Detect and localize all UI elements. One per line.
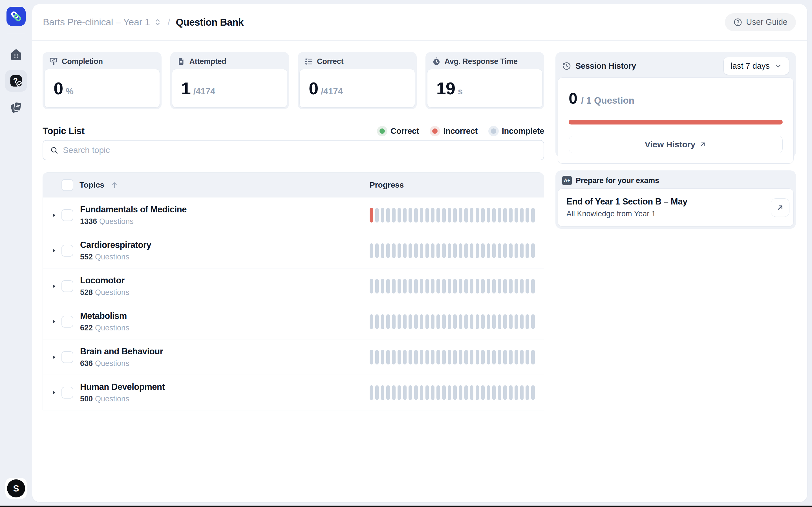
left-column: Completion 0% Attempted 1/4174 Correct 0… [43, 52, 544, 410]
topic-checkbox[interactable] [61, 316, 73, 328]
progress-legend: CorrectIncorrectIncomplete [377, 126, 544, 136]
chevron-down-icon [774, 62, 782, 70]
expand-row-button[interactable] [49, 246, 59, 256]
topic-question-count: 622Questions [80, 324, 130, 332]
sidebar: ? S [0, 0, 32, 507]
session-progress-bar [569, 120, 783, 124]
topic-checkbox[interactable] [61, 387, 73, 399]
legend-item-incomplete: Incomplete [488, 126, 544, 136]
legend-label: Incorrect [443, 126, 477, 136]
topic-rows: Fundamentals of Medicine 1336Questions C… [43, 198, 544, 410]
logo-knot-icon [10, 10, 22, 23]
triangle-right-icon [51, 247, 57, 254]
topic-row: Cardiorespiratory 552Questions [43, 233, 544, 269]
legend-label: Correct [391, 126, 419, 136]
select-all-checkbox[interactable] [61, 179, 73, 191]
topic-title: Locomotor [80, 276, 130, 286]
topic-progress-bar [370, 385, 535, 400]
sidebar-divider [7, 34, 26, 34]
topic-table-header: Topics Progress [43, 173, 544, 198]
topic-progress-bar [370, 314, 535, 329]
session-range-select[interactable]: last 7 days [723, 57, 789, 75]
topbar: Barts Pre-clinical – Year 1 / Question B… [32, 4, 807, 41]
topic-checkbox[interactable] [61, 245, 73, 257]
legend-item-incorrect: Incorrect [430, 126, 477, 136]
screen-edge [0, 506, 812, 507]
topic-question-count: 552Questions [80, 252, 151, 262]
topic-question-count: 636Questions [80, 359, 163, 368]
topic-title: Human Development [80, 382, 165, 392]
search-icon [50, 146, 58, 154]
sidebar-item-home[interactable] [5, 46, 27, 63]
triangle-right-icon [51, 319, 57, 325]
exam-name: End of Year 1 Section B – May [566, 196, 688, 207]
completion-icon [49, 57, 58, 66]
topic-table: Topics Progress [43, 172, 544, 410]
topic-title: Cardiorespiratory [80, 240, 151, 250]
sort-ascending-icon[interactable] [110, 181, 118, 189]
breadcrumb-separator: / [167, 17, 170, 27]
sidebar-item-flashcards[interactable] [5, 99, 27, 115]
triangle-right-icon [51, 283, 57, 289]
triangle-right-icon [51, 354, 57, 360]
user-guide-button[interactable]: User Guide [725, 13, 796, 31]
expand-row-button[interactable] [49, 281, 59, 291]
topic-checkbox[interactable] [61, 351, 73, 363]
stat-value: 0% [54, 78, 73, 98]
session-history-panel: Session History last 7 days 0 / 1 Questi… [555, 52, 796, 158]
topic-list-heading: Topic List [43, 126, 84, 136]
legend-dot [432, 128, 438, 134]
expand-row-button[interactable] [49, 210, 59, 220]
view-history-button[interactable]: View History [569, 136, 783, 153]
stat-value: 0/4174 [309, 78, 343, 98]
sidebar-nav: ? [5, 46, 27, 115]
expand-row-button[interactable] [49, 352, 59, 362]
user-avatar[interactable]: S [5, 478, 27, 499]
app-logo[interactable] [6, 7, 26, 26]
chevrons-updown-icon [153, 18, 162, 26]
open-exam-button[interactable] [771, 198, 790, 217]
topic-checkbox[interactable] [61, 280, 73, 292]
legend-item-correct: Correct [377, 126, 419, 136]
stat-value: 1/4174 [181, 78, 215, 98]
search-input[interactable] [63, 145, 537, 155]
stat-card: Attempted 1/4174 [170, 52, 289, 109]
topic-search [43, 140, 544, 160]
page-title: Question Bank [176, 17, 244, 28]
exam-prep-title: Prepare for your exams [576, 176, 659, 185]
question-bank-icon: ? [9, 73, 23, 88]
expand-row-button[interactable] [49, 388, 59, 397]
progress-column-label: Progress [370, 180, 544, 189]
session-history-card: 0 / 1 Question View History [558, 77, 794, 164]
avatar-initial: S [7, 480, 25, 497]
breadcrumb: Barts Pre-clinical – Year 1 / Question B… [43, 17, 244, 28]
stat-card: Completion 0% [43, 52, 161, 109]
exam-card: End of Year 1 Section B – May All Knowle… [558, 188, 794, 226]
topic-question-count: 500Questions [80, 395, 165, 403]
course-name: Barts Pre-clinical – Year 1 [43, 17, 150, 27]
topic-progress-bar [370, 350, 535, 364]
flashcards-icon [10, 101, 22, 114]
topic-progress-bar [370, 208, 535, 223]
topics-column-label: Topics [80, 180, 104, 189]
topic-checkbox[interactable] [61, 209, 73, 221]
topic-list-header: Topic List CorrectIncorrectIncomplete [43, 125, 544, 136]
topic-row: Fundamentals of Medicine 1336Questions [43, 198, 544, 233]
history-icon [562, 61, 571, 70]
exam-prep-panel: A+ Prepare for your exams End of Year 1 … [555, 170, 796, 229]
timer-icon [432, 57, 441, 66]
help-icon [733, 18, 742, 27]
expand-row-button[interactable] [49, 317, 59, 327]
right-column: Session History last 7 days 0 / 1 Questi… [555, 52, 796, 410]
topic-title: Metabolism [80, 311, 130, 321]
sidebar-item-question-bank[interactable]: ? [5, 70, 27, 92]
legend-dot [491, 128, 496, 134]
topic-row: Metabolism 622Questions [43, 304, 544, 339]
exam-description: All Knowledge from Year 1 [566, 210, 688, 218]
topic-title: Brain and Behaviour [80, 346, 163, 356]
legend-label: Incomplete [502, 126, 544, 136]
topic-progress-bar [370, 243, 535, 258]
triangle-right-icon [51, 212, 57, 218]
course-switcher[interactable]: Barts Pre-clinical – Year 1 [43, 17, 162, 27]
a-plus-badge-icon: A+ [562, 176, 572, 185]
